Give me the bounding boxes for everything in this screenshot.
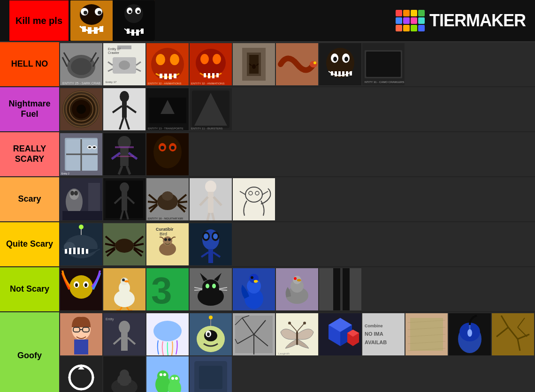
svg-point-310 <box>467 329 472 337</box>
tier-card[interactable] <box>190 356 232 392</box>
tier-card[interactable] <box>60 178 102 220</box>
svg-point-130 <box>171 146 175 150</box>
tier-card[interactable] <box>60 88 102 130</box>
tier-card[interactable]: Curatibir Bird <box>146 223 189 265</box>
tier-row-scary: Scary <box>0 177 535 222</box>
tier-card[interactable] <box>319 43 361 85</box>
tier-card[interactable] <box>190 268 232 310</box>
svg-point-332 <box>160 373 162 376</box>
tier-card[interactable] <box>233 178 275 220</box>
tier-card[interactable]: Lasginith <box>276 313 318 355</box>
svg-rect-53 <box>208 73 210 78</box>
tier-card[interactable]: ENTITY 11 - BURSTERS <box>190 88 232 130</box>
tier-card[interactable] <box>190 313 232 355</box>
svg-point-227 <box>202 279 219 294</box>
svg-point-42 <box>170 54 179 65</box>
svg-rect-73 <box>331 71 333 75</box>
tier-content-goofy: Entity <box>59 312 535 392</box>
tier-card[interactable]: Entity 2 <box>60 133 102 175</box>
svg-rect-8 <box>94 27 98 34</box>
svg-rect-75 <box>338 71 341 76</box>
tier-card[interactable] <box>60 356 102 392</box>
svg-text:ENTITY 16 - NGUITHR'XIIR: ENTITY 16 - NGUITHR'XIIR <box>148 217 183 220</box>
tier-card[interactable]: 3 <box>146 268 189 310</box>
tier-card[interactable] <box>319 313 361 355</box>
svg-rect-46 <box>174 74 176 78</box>
tier-card[interactable] <box>405 313 448 355</box>
tier-card[interactable] <box>190 178 232 220</box>
tier-card[interactable] <box>319 268 361 310</box>
tier-card[interactable] <box>492 313 534 355</box>
svg-point-264 <box>153 321 182 341</box>
tier-card[interactable] <box>276 43 318 85</box>
svg-rect-338 <box>199 366 222 389</box>
svg-text:Entity: Entity <box>106 317 114 321</box>
tier-card[interactable]: Combine NO IMA AVAILAB <box>362 313 405 355</box>
svg-text:Combine: Combine <box>365 324 383 328</box>
tier-card[interactable]: NTITY 31 - CAMO CRAWLERS <box>362 43 405 85</box>
svg-line-233 <box>194 290 202 290</box>
tier-card[interactable] <box>233 313 275 355</box>
tier-card[interactable] <box>103 88 145 130</box>
tier-card[interactable] <box>449 313 491 355</box>
tier-card[interactable]: ENTITY 25 - SARK CRAB <box>60 43 102 85</box>
tier-label-nightmare: Nightmare Fuel <box>0 87 59 131</box>
tier-card[interactable] <box>146 313 189 355</box>
svg-rect-177 <box>77 248 80 254</box>
kill-card-1[interactable] <box>70 0 155 41</box>
svg-rect-300 <box>410 318 443 351</box>
tier-card[interactable] <box>103 356 145 392</box>
tier-card[interactable] <box>146 133 189 175</box>
svg-rect-76 <box>342 71 344 76</box>
svg-point-26 <box>71 58 92 75</box>
tier-card[interactable]: ENTITY 13 - TRANSPORTE <box>146 88 189 130</box>
svg-rect-250 <box>350 268 361 310</box>
tier-card[interactable] <box>60 223 102 265</box>
tier-card[interactable]: Entity <box>103 313 145 355</box>
svg-text:Entity 17: Entity 17 <box>106 81 117 83</box>
svg-line-154 <box>178 202 187 203</box>
svg-rect-256 <box>74 339 88 354</box>
tier-card[interactable]: Entity 17 Crawler Entity 17 <box>103 43 145 85</box>
tier-card[interactable] <box>60 268 102 310</box>
tier-card[interactable] <box>103 223 145 265</box>
svg-rect-78 <box>350 71 352 75</box>
tier-card[interactable] <box>233 268 275 310</box>
svg-point-5 <box>98 11 101 15</box>
svg-point-4 <box>84 11 87 15</box>
svg-text:ENTITY 32 - ANIMATIONS: ENTITY 32 - ANIMATIONS <box>148 82 181 85</box>
svg-point-203 <box>204 234 208 239</box>
svg-point-259 <box>119 321 130 334</box>
svg-text:AVAILAB: AVAILAB <box>365 339 387 345</box>
tier-card[interactable]: ENTITY 32 - ANIMATIONS <box>146 43 189 85</box>
tier-card[interactable]: ENTITY 32 - ANIMATIONS <box>190 43 232 85</box>
svg-point-231 <box>212 284 216 288</box>
svg-rect-174 <box>65 249 67 254</box>
svg-point-212 <box>75 283 78 287</box>
svg-rect-179 <box>86 249 88 254</box>
tier-card[interactable] <box>60 313 102 355</box>
tier-card[interactable]: ENTITY 16 - NGUITHR'XIIR <box>146 178 189 220</box>
tier-card[interactable] <box>146 356 189 392</box>
tier-card[interactable] <box>103 133 145 175</box>
svg-rect-176 <box>73 248 76 254</box>
tier-label-reallyscary: REALLY SCARY <box>0 132 59 176</box>
svg-text:ENTITY 32 - ANIMATIONS: ENTITY 32 - ANIMATIONS <box>191 82 224 85</box>
svg-text:Curatibir: Curatibir <box>156 227 174 232</box>
tier-card[interactable] <box>276 268 318 310</box>
tier-card[interactable] <box>233 43 275 85</box>
tier-card[interactable] <box>103 178 145 220</box>
svg-rect-44 <box>164 74 167 79</box>
svg-rect-175 <box>69 248 71 254</box>
tiermaker-logo: TiERMAKER <box>396 10 526 31</box>
svg-point-213 <box>84 283 87 287</box>
svg-point-49 <box>196 49 226 77</box>
tier-content-quitescary: Curatibir Bird <box>59 222 535 266</box>
tier-card[interactable] <box>190 223 232 265</box>
tier-label-notscary: Not Scary <box>0 267 59 311</box>
svg-point-112 <box>88 146 91 148</box>
svg-rect-9 <box>99 26 103 32</box>
tier-card[interactable] <box>103 268 145 310</box>
tier-row-notscary: Not Scary <box>0 267 535 312</box>
tier-row-hellno: HELL NO ENTITY 25 - SARK CRAB <box>0 42 535 87</box>
